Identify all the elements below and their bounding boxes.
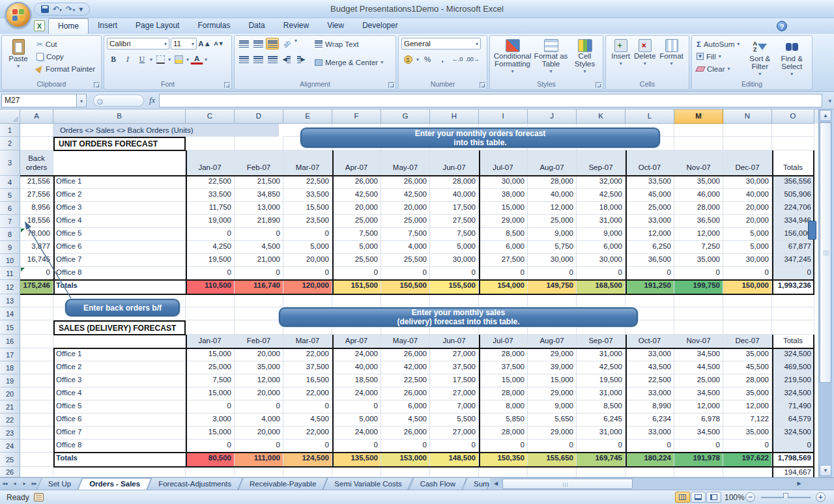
cell-M2[interactable] <box>674 137 723 150</box>
cell-C17[interactable]: 15,000 <box>186 348 235 361</box>
alignment-dialog-launcher-icon[interactable] <box>388 82 394 88</box>
month-header-Dec-07[interactable]: Dec-07 <box>723 150 772 176</box>
cell-K21[interactable]: 8,500 <box>577 400 626 413</box>
cell-B17[interactable]: Office 1 <box>53 348 186 361</box>
cell-L22[interactable]: 6,234 <box>626 413 674 427</box>
cell-K19[interactable]: 19,500 <box>577 374 626 387</box>
cell-A17[interactable] <box>20 348 53 361</box>
cell-M6[interactable]: 28,000 <box>674 202 723 215</box>
cell-L8[interactable]: 12,000 <box>626 228 674 241</box>
align-bottom-icon[interactable] <box>266 38 279 49</box>
cell-C25[interactable]: 80,500 <box>186 453 235 467</box>
font-size-select[interactable]: 11▾ <box>171 38 197 49</box>
cell-I20[interactable]: 28,000 <box>479 387 528 400</box>
font-dialog-launcher-icon[interactable] <box>224 82 230 88</box>
cell-O14[interactable] <box>772 307 814 320</box>
cell-K23[interactable]: 31,000 <box>577 427 626 440</box>
cell-O10[interactable]: 347,245 <box>772 254 814 267</box>
cell-B12[interactable]: Totals <box>53 280 186 294</box>
cell-J17[interactable]: 29,000 <box>528 348 577 361</box>
column-header-M[interactable]: M <box>674 109 723 124</box>
cell-M5[interactable]: 46,000 <box>674 189 723 202</box>
cell-K18[interactable]: 42,500 <box>577 361 626 374</box>
cell-L12[interactable]: 191,250 <box>626 280 674 294</box>
month-header-Jan-07[interactable]: Jan-07 <box>186 150 235 176</box>
cell-D15[interactable] <box>235 320 283 335</box>
cell-F25[interactable]: 135,500 <box>332 453 381 467</box>
cell-N7[interactable]: 20,000 <box>723 215 772 228</box>
cell-I22[interactable]: 5,850 <box>479 413 528 427</box>
row-header-9[interactable]: 9 <box>0 241 20 254</box>
cell-A20[interactable] <box>20 387 53 400</box>
cell-E18[interactable]: 37,500 <box>283 361 332 374</box>
cell-N12[interactable]: 150,000 <box>723 280 772 294</box>
page-layout-view-icon[interactable] <box>691 492 706 503</box>
cell-A6[interactable]: 8,956 <box>20 202 53 215</box>
cell-G5[interactable]: 42,500 <box>381 189 430 202</box>
cell-A2[interactable] <box>20 137 53 150</box>
decrease-indent-icon[interactable]: ◀ <box>280 53 293 65</box>
cell-G24[interactable]: 0 <box>381 440 430 453</box>
sheet-tab-cash-flow[interactable]: Cash Flow <box>411 478 465 490</box>
cell-L19[interactable]: 22,500 <box>626 374 674 387</box>
cell-I12[interactable]: 154,000 <box>479 280 528 294</box>
cell-A23[interactable] <box>20 427 53 440</box>
cell-M7[interactable]: 36,500 <box>674 215 723 228</box>
cell-F17[interactable]: 24,000 <box>332 348 381 361</box>
cell-B8[interactable]: Office 5 <box>53 228 186 241</box>
column-header-G[interactable]: G <box>381 109 430 124</box>
cell-C26[interactable] <box>186 467 235 477</box>
percent-style-icon[interactable]: % <box>421 53 434 65</box>
cell-J24[interactable]: 0 <box>528 440 577 453</box>
cell-J13[interactable] <box>528 294 577 307</box>
cell-A19[interactable] <box>20 374 53 387</box>
cell-N6[interactable]: 20,000 <box>723 202 772 215</box>
cell-K22[interactable]: 6,245 <box>577 413 626 427</box>
cell-O15[interactable] <box>772 320 814 335</box>
cell-A11[interactable]: 0 <box>20 267 53 280</box>
month-header2-Oct-07[interactable]: Oct-07 <box>626 335 674 348</box>
cell-I8[interactable]: 8,500 <box>479 228 528 241</box>
cell-F10[interactable]: 25,500 <box>332 254 381 267</box>
row-header-1[interactable]: 1 <box>0 124 20 137</box>
cell-I24[interactable]: 0 <box>479 440 528 453</box>
cell-O11[interactable]: 0 <box>772 267 814 280</box>
name-box-dropdown-icon[interactable]: ▾ <box>77 94 87 107</box>
column-header-E[interactable]: E <box>283 109 332 124</box>
column-header-F[interactable]: F <box>332 109 381 124</box>
cell-J8[interactable]: 9,000 <box>528 228 577 241</box>
column-header-D[interactable]: D <box>235 109 283 124</box>
cell-H17[interactable]: 27,000 <box>430 348 479 361</box>
cell-C9[interactable]: 4,250 <box>186 241 235 254</box>
cell-L10[interactable]: 36,500 <box>626 254 674 267</box>
cell-F7[interactable]: 25,000 <box>332 215 381 228</box>
cell-B10[interactable]: Office 7 <box>53 254 186 267</box>
cell-M26[interactable] <box>674 467 723 477</box>
cell-H8[interactable]: 7,500 <box>430 228 479 241</box>
row-header-11[interactable]: 11 <box>0 267 20 280</box>
cell-K8[interactable]: 9,000 <box>577 228 626 241</box>
cell-D2[interactable] <box>235 137 283 150</box>
cell-G9[interactable]: 4,000 <box>381 241 430 254</box>
tab-data[interactable]: Data <box>239 18 274 34</box>
cell-K17[interactable]: 31,000 <box>577 348 626 361</box>
cell-E23[interactable]: 22,000 <box>283 427 332 440</box>
cell-G20[interactable]: 26,000 <box>381 387 430 400</box>
cell-H9[interactable]: 5,000 <box>430 241 479 254</box>
cell-E7[interactable]: 23,500 <box>283 215 332 228</box>
cell-G23[interactable]: 26,000 <box>381 427 430 440</box>
row-header-13[interactable]: 13 <box>0 294 20 307</box>
sheet-tab-orders-sales[interactable]: Orders - Sales <box>80 478 149 490</box>
row-header-24[interactable]: 24 <box>0 440 20 453</box>
row-header-4[interactable]: 4 <box>0 176 20 189</box>
cell-L25[interactable]: 180,224 <box>626 453 674 467</box>
cell-O22[interactable]: 64,579 <box>772 413 814 427</box>
cell-M1[interactable] <box>674 124 723 137</box>
month-header-May-07[interactable]: May-07 <box>381 150 430 176</box>
prev-sheet-icon[interactable]: ◂ <box>10 478 20 490</box>
underline-button[interactable]: U <box>136 53 149 65</box>
styles-dialog-launcher-icon[interactable] <box>596 82 601 88</box>
cell-J5[interactable]: 40,000 <box>528 189 577 202</box>
cell-D24[interactable]: 0 <box>235 440 283 453</box>
sales-forecast-header[interactable]: SALES (DELIVERY) FORECAST <box>53 320 186 335</box>
